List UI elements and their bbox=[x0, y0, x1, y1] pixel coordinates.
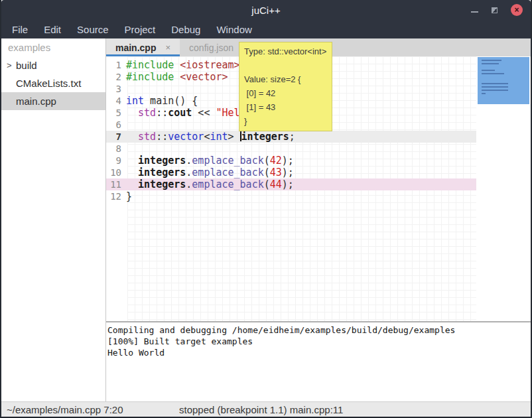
line-number: 11 bbox=[106, 178, 126, 190]
token-bold: integers bbox=[241, 131, 289, 143]
token-pl: << bbox=[192, 107, 216, 119]
expander-icon[interactable]: > bbox=[7, 60, 16, 70]
token-fn: emplace_back bbox=[192, 155, 263, 167]
tooltip-line: [0] = 42 bbox=[244, 86, 326, 100]
close-icon[interactable]: × bbox=[511, 4, 523, 16]
token-pl: main() { bbox=[144, 95, 198, 107]
token-pl: :: bbox=[156, 131, 168, 143]
token-pl: . bbox=[186, 178, 192, 190]
title-bar[interactable]: juCi++ × bbox=[1, 0, 531, 20]
tab-config-json[interactable]: config.json bbox=[180, 38, 243, 56]
file-tree-sidebar: examples >buildCMakeLists.txtmain.cpp bbox=[1, 38, 106, 401]
code-line[interactable]: 7 std::vector<int> integers; bbox=[106, 131, 476, 143]
line-number: 10 bbox=[106, 167, 126, 178]
tooltip-line: [1] = 43 bbox=[244, 100, 326, 114]
build-output-terminal[interactable]: Compiling and debugging /home/eidheim/ex… bbox=[106, 321, 531, 401]
code-text: integers.emplace_back(44); bbox=[126, 178, 294, 190]
tab-close-icon[interactable]: × bbox=[165, 42, 170, 52]
restore-icon[interactable] bbox=[492, 7, 498, 13]
code-line[interactable]: 8 bbox=[106, 143, 476, 155]
token-bold: integers bbox=[138, 155, 186, 167]
menu-item-source[interactable]: Source bbox=[69, 22, 117, 37]
minimap-code-preview bbox=[482, 93, 486, 94]
debug-value-tooltip: Type: std::vector<int>Value: size=2 { [0… bbox=[239, 42, 332, 131]
status-bar: ~/examples/main.cpp 7:20 stopped (breakp… bbox=[1, 401, 531, 417]
terminal-line: [100%] Built target examples bbox=[107, 336, 531, 347]
token-kw: vector bbox=[168, 131, 204, 143]
menu-item-project[interactable]: Project bbox=[117, 22, 164, 37]
token-pl: ); bbox=[282, 178, 294, 190]
token-num: 43 bbox=[270, 167, 282, 178]
tab-label: config.json bbox=[189, 42, 233, 53]
token-ns: std bbox=[138, 131, 156, 143]
token-kw: int bbox=[210, 131, 228, 143]
minimap-code-preview bbox=[482, 60, 501, 61]
sidebar-item-main-cpp[interactable]: main.cpp bbox=[1, 92, 105, 110]
token-pl: > bbox=[228, 131, 240, 143]
code-text: int main() { bbox=[126, 95, 198, 107]
minimap-viewport[interactable] bbox=[478, 57, 529, 104]
token-pl: ( bbox=[264, 155, 270, 167]
tooltip-line bbox=[244, 58, 326, 72]
token-fn: emplace_back bbox=[192, 167, 263, 178]
sidebar-item-build[interactable]: >build bbox=[1, 56, 105, 74]
window-controls: × bbox=[471, 4, 531, 16]
code-text: std::cout << "Hel bbox=[126, 107, 240, 119]
minimap[interactable] bbox=[476, 56, 531, 321]
token-pl bbox=[126, 167, 138, 178]
token-pl bbox=[126, 155, 138, 167]
token-fn: emplace_back bbox=[192, 178, 263, 190]
sidebar-item-cmakelists-txt[interactable]: CMakeLists.txt bbox=[1, 74, 105, 92]
token-bold: cout bbox=[168, 107, 192, 119]
tooltip-line: Value: size=2 { bbox=[244, 72, 326, 86]
file-tree-label: main.cpp bbox=[16, 96, 56, 107]
line-number: 12 bbox=[106, 190, 126, 202]
token-pl: ; bbox=[289, 131, 295, 143]
tab-main-cpp[interactable]: main.cpp× bbox=[106, 38, 180, 56]
token-num: 44 bbox=[270, 178, 282, 190]
code-text: } bbox=[126, 190, 132, 202]
minimap-code-preview bbox=[482, 63, 499, 64]
token-str: "Hel bbox=[216, 107, 239, 119]
token-pl: :: bbox=[156, 107, 168, 119]
code-line[interactable]: 10 integers.emplace_back(43); bbox=[106, 167, 476, 178]
minimap-code-preview bbox=[482, 83, 508, 84]
token-pl bbox=[126, 131, 138, 143]
code-line[interactable]: 11 integers.emplace_back(44); bbox=[106, 178, 476, 190]
status-file-position: ~/examples/main.cpp 7:20 bbox=[7, 404, 123, 415]
tab-label: main.cpp bbox=[115, 42, 156, 53]
code-line[interactable]: 9 integers.emplace_back(42); bbox=[106, 155, 476, 167]
code-text: std::vector<int> integers; bbox=[126, 131, 295, 143]
code-text: integers.emplace_back(42); bbox=[126, 155, 294, 167]
line-number: 5 bbox=[106, 107, 126, 119]
line-number: 3 bbox=[106, 83, 126, 95]
menu-bar: FileEditSourceProjectDebugWindow bbox=[1, 20, 531, 38]
minimap-code-preview bbox=[482, 73, 504, 74]
token-pl: . bbox=[186, 155, 192, 167]
terminal-line: Compiling and debugging /home/eidheim/ex… bbox=[107, 324, 531, 336]
line-number: 2 bbox=[106, 71, 126, 83]
line-number: 1 bbox=[106, 59, 126, 71]
minimap-code-preview bbox=[482, 70, 495, 71]
minimize-icon[interactable] bbox=[471, 11, 478, 13]
menu-item-debug[interactable]: Debug bbox=[163, 22, 208, 37]
token-bold: integers bbox=[138, 167, 186, 178]
token-hdr: <vector> bbox=[180, 71, 228, 83]
line-number: 9 bbox=[106, 155, 126, 167]
token-num: 42 bbox=[270, 155, 282, 167]
menu-item-window[interactable]: Window bbox=[208, 22, 259, 37]
code-line[interactable]: 12} bbox=[106, 190, 476, 202]
token-pl bbox=[126, 107, 138, 119]
terminal-line: Hello World bbox=[107, 347, 531, 358]
tooltip-line: } bbox=[244, 114, 326, 128]
menu-item-file[interactable]: File bbox=[4, 22, 36, 37]
minimap-code-preview bbox=[482, 86, 508, 88]
line-number: 7 bbox=[106, 131, 126, 143]
token-pl: ( bbox=[264, 167, 270, 178]
file-tree-label: CMakeLists.txt bbox=[16, 78, 81, 89]
code-text: #include <vector> bbox=[126, 71, 228, 83]
code-text: #include <iostream> bbox=[126, 59, 240, 71]
token-pre: #include bbox=[126, 71, 180, 83]
tooltip-line: Type: std::vector<int> bbox=[244, 44, 326, 58]
menu-item-edit[interactable]: Edit bbox=[36, 22, 69, 37]
